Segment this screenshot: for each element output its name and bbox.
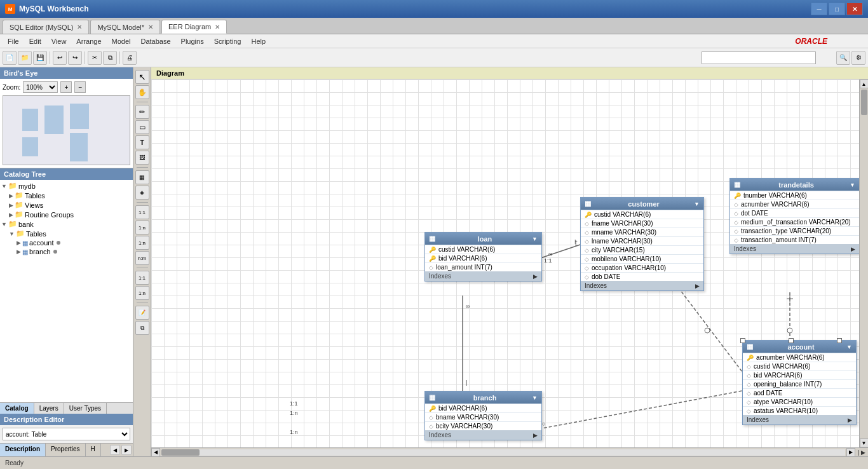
vertical-scrollbar[interactable]: ▲ ▼: [859, 79, 868, 447]
zoom-out-btn[interactable]: −: [74, 81, 86, 93]
tool-hand[interactable]: ✋: [135, 85, 149, 99]
tree-mydb-routines[interactable]: ▶ 📁 Routine Groups: [1, 210, 132, 219]
zoom-in-btn[interactable]: +: [60, 81, 72, 93]
table-account[interactable]: ▦ account ▼ 🔑 acnumber VARCHAR(6) ◇ cust…: [742, 340, 857, 425]
tb-redo[interactable]: ↪: [68, 51, 82, 65]
tree-bank-tables[interactable]: ▼ 📁 Tables: [1, 229, 132, 238]
cust-mobile-icon: ◇: [585, 256, 589, 262]
scroll-thumb[interactable]: [861, 90, 867, 115]
tab-user-types[interactable]: User Types: [64, 403, 107, 414]
menu-bar: File Edit View Arrange Model Database Pl…: [0, 34, 868, 48]
tree-label-account: account: [29, 239, 54, 247]
tool-rel-3[interactable]: 1:n: [135, 236, 149, 250]
scroll-right[interactable]: ▶: [846, 448, 855, 457]
nav-left-btn[interactable]: ◀: [110, 445, 120, 455]
tab-description[interactable]: Description: [0, 444, 46, 456]
scroll-track[interactable]: [861, 88, 867, 438]
tb-settings[interactable]: ⚙: [851, 51, 865, 65]
tb-open[interactable]: 📁: [18, 51, 32, 65]
menu-arrange[interactable]: Arrange: [71, 36, 106, 46]
tool-rel-6[interactable]: 1:n: [135, 286, 149, 300]
tree-branch[interactable]: ▶ ▦ branch: [1, 247, 132, 256]
tab-eer-close[interactable]: ✕: [215, 24, 220, 31]
tool-rel-5[interactable]: 1:1: [135, 271, 149, 285]
loan-field-amount: ◇ loan_amount INT(7): [425, 262, 541, 271]
tool-note[interactable]: 📝: [135, 306, 149, 320]
tree-mydb-tables[interactable]: ▶ 📁 Tables: [1, 191, 132, 200]
tb-save[interactable]: 💾: [33, 51, 47, 65]
tool-rel-1[interactable]: 1:1: [135, 205, 149, 219]
tool-table[interactable]: ▦: [135, 170, 149, 184]
minimize-button[interactable]: ─: [811, 3, 827, 15]
acc-indexes[interactable]: Indexes ▶: [743, 415, 856, 425]
tb-cut[interactable]: ✂: [88, 51, 102, 65]
tab-properties[interactable]: Properties: [46, 444, 86, 456]
tab-sql-editor[interactable]: SQL Editor (MySQL) ✕: [3, 20, 89, 34]
tree-account[interactable]: ▶ ▦ account: [1, 238, 132, 247]
tool-layer[interactable]: ⧉: [135, 321, 149, 335]
scroll-left[interactable]: ◀: [151, 448, 160, 457]
tool-select[interactable]: ↖: [135, 70, 149, 84]
table-branch[interactable]: ▦ branch ▼ 🔑 bid VARCHAR(6) ◇ bname VARC…: [424, 391, 542, 440]
tb-print[interactable]: 🖨: [123, 51, 137, 65]
tree-mydb[interactable]: ▼ 📁 mydb: [1, 181, 132, 191]
tool-view[interactable]: ◈: [135, 186, 149, 200]
app-icon: M: [5, 4, 15, 14]
tb-new[interactable]: 📄: [3, 51, 17, 65]
diagram-canvas[interactable]: ∞ | ∞ | ○: [151, 79, 859, 447]
table-customer[interactable]: ▦ customer ▼ 🔑 custid VARCHAR(6) ◇ fname…: [580, 197, 704, 291]
tool-pencil[interactable]: ✏: [135, 105, 149, 119]
h-scroll-track[interactable]: [161, 449, 845, 456]
menu-help[interactable]: Help: [246, 36, 271, 46]
tool-rect[interactable]: ▭: [135, 120, 149, 134]
tab-mysql-model[interactable]: MySQL Model* ✕: [90, 20, 160, 34]
tb-search-btn[interactable]: 🔍: [836, 51, 850, 65]
zoom-select[interactable]: 100% 75% 50% 150%: [23, 81, 58, 93]
tran-dot-icon: ◇: [734, 210, 738, 217]
horizontal-scrollbar[interactable]: ◀ ▶ | ▶: [151, 447, 868, 456]
loan-indexes-label: Indexes: [429, 273, 451, 280]
tool-rel-2[interactable]: 1:n: [135, 221, 149, 234]
maximize-button[interactable]: □: [829, 3, 845, 15]
tab-catalog[interactable]: Catalog: [0, 403, 34, 414]
tab-h[interactable]: H: [86, 444, 101, 456]
tb-undo[interactable]: ↩: [53, 51, 67, 65]
customer-field-mobile: ◇ mobileno VARCHAR(10): [581, 254, 703, 263]
menu-view[interactable]: View: [46, 36, 72, 46]
tab-eer-diagram[interactable]: EER Diagram ✕: [161, 20, 227, 34]
tree-arrow-tables1: ▶: [9, 193, 13, 199]
tree-label-bank-tables: Tables: [26, 230, 46, 238]
menu-scripting[interactable]: Scripting: [209, 36, 247, 46]
tool-rel-4[interactable]: n:m: [135, 251, 149, 265]
menu-model[interactable]: Model: [107, 36, 136, 46]
menu-plugins[interactable]: Plugins: [176, 36, 209, 46]
loan-indexes[interactable]: Indexes ▶: [425, 271, 541, 281]
desc-dropdown[interactable]: account: Table branch: Table loan: Table…: [3, 428, 130, 440]
menu-file[interactable]: File: [3, 36, 24, 46]
search-input[interactable]: [702, 51, 816, 64]
tree-mydb-views[interactable]: ▶ 📁 Views: [1, 200, 132, 210]
tab-sql-close[interactable]: ✕: [77, 24, 82, 31]
tool-text[interactable]: T: [135, 135, 149, 149]
menu-database[interactable]: Database: [135, 36, 175, 46]
tree-bank[interactable]: ▼ 📁 bank: [1, 219, 132, 229]
branch-indexes[interactable]: Indexes ▶: [425, 430, 541, 440]
table-account-icon: ▦: [747, 343, 753, 351]
tran-indexes[interactable]: Indexes ▶: [730, 244, 859, 254]
tab-model-close[interactable]: ✕: [148, 24, 153, 31]
rel-note-1: 1:1: [544, 257, 552, 264]
table-loan[interactable]: ▦ loan ▼ 🔑 custid VARCHAR(6) 🔑 bid VARCH…: [424, 232, 542, 282]
scroll-up[interactable]: ▲: [860, 79, 869, 88]
scroll-down[interactable]: ▼: [860, 438, 869, 447]
h-scroll-thumb[interactable]: [161, 449, 200, 456]
table-account-chevron: ▼: [846, 344, 852, 350]
tab-layers[interactable]: Layers: [34, 403, 64, 414]
close-button[interactable]: ✕: [846, 3, 863, 15]
customer-indexes[interactable]: Indexes ▶: [581, 281, 703, 290]
tb-copy[interactable]: ⧉: [103, 51, 117, 65]
menu-edit[interactable]: Edit: [24, 36, 46, 46]
tool-image[interactable]: 🖼: [135, 151, 149, 165]
nav-right-btn[interactable]: ▶: [121, 445, 132, 455]
table-trandetails[interactable]: ▦ trandetails ▼ 🔑 tnumber VARCHAR(6) ◇ a…: [729, 178, 859, 254]
window-controls[interactable]: ─ □ ✕: [811, 3, 863, 15]
